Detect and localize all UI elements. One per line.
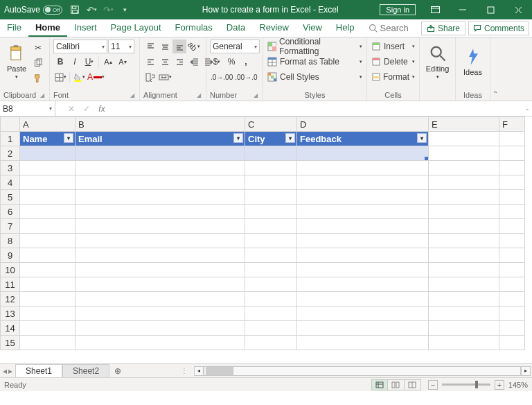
cell[interactable] (20, 205, 76, 219)
undo-icon[interactable]: ↶▾ (83, 1, 100, 18)
cell[interactable]: City (245, 132, 297, 146)
comma-format-icon[interactable]: , (239, 55, 253, 69)
customize-qat-icon[interactable]: ▾ (116, 1, 133, 18)
accounting-format-icon[interactable]: $▾ (210, 55, 224, 69)
cell[interactable] (499, 307, 525, 321)
sheet-tab[interactable]: Sheet1 (15, 364, 62, 377)
borders-button[interactable]: ▾ (53, 70, 67, 84)
cell[interactable]: Name (20, 132, 76, 146)
toggle-switch[interactable]: Off (43, 6, 62, 15)
new-sheet-button[interactable]: ⊕ (109, 364, 126, 377)
cell[interactable] (297, 336, 429, 350)
cell[interactable] (20, 234, 76, 248)
formula-input[interactable] (109, 101, 522, 116)
row-header[interactable]: 2 (1, 146, 20, 161)
row-header[interactable]: 7 (1, 219, 20, 234)
cell[interactable] (429, 292, 499, 307)
cell[interactable] (245, 248, 297, 263)
cell[interactable] (429, 307, 499, 321)
bold-button[interactable]: B (53, 55, 67, 69)
row-header[interactable]: 5 (1, 190, 20, 205)
row-header[interactable]: 1 (1, 132, 20, 146)
cell[interactable] (76, 234, 245, 248)
ribbon-display-icon[interactable] (421, 0, 449, 19)
horizontal-scrollbar[interactable]: ◂ ▸ (193, 364, 532, 377)
increase-font-icon[interactable]: A▴ (101, 55, 115, 69)
cell[interactable] (429, 205, 499, 219)
cell[interactable] (429, 321, 499, 336)
orientation-icon[interactable]: ab▾ (187, 40, 201, 53)
cell[interactable] (245, 336, 297, 350)
dialog-launcher-icon[interactable]: ◢ (40, 92, 46, 98)
cell[interactable] (499, 132, 525, 146)
cell[interactable] (245, 205, 297, 219)
tab-review[interactable]: Review (252, 19, 296, 37)
align-bottom-icon[interactable] (172, 40, 186, 53)
row-header[interactable]: 14 (1, 321, 20, 336)
cell[interactable] (20, 292, 76, 307)
filter-dropdown-icon[interactable] (233, 133, 243, 143)
cell[interactable] (76, 219, 245, 234)
cell[interactable] (429, 132, 499, 146)
cell[interactable] (297, 219, 429, 234)
row-header[interactable]: 15 (1, 336, 20, 350)
close-icon[interactable] (504, 0, 532, 19)
cell[interactable] (499, 146, 525, 161)
italic-button[interactable]: I (68, 55, 82, 69)
cell[interactable] (499, 292, 525, 307)
underline-button[interactable]: U▾ (82, 55, 96, 69)
font-color-button[interactable]: A▾ (87, 70, 105, 84)
zoom-level[interactable]: 145% (508, 381, 528, 389)
row-header[interactable]: 3 (1, 161, 20, 175)
cell[interactable] (20, 321, 76, 336)
cell[interactable] (297, 292, 429, 307)
cell[interactable] (429, 146, 499, 161)
cell[interactable] (245, 175, 297, 190)
cell[interactable] (297, 190, 429, 205)
zoom-out-icon[interactable]: − (428, 380, 438, 390)
tab-home[interactable]: Home (28, 19, 67, 37)
insert-function-icon[interactable]: fx (94, 101, 109, 116)
tab-view[interactable]: View (296, 19, 329, 37)
page-break-view-icon[interactable] (405, 379, 421, 390)
cell[interactable] (429, 161, 499, 175)
page-layout-view-icon[interactable] (388, 379, 405, 390)
autosave-toggle[interactable]: AutoSave Off (0, 5, 66, 15)
cell[interactable] (499, 234, 525, 248)
sheet-nav-prev-icon[interactable]: ◂ (3, 366, 7, 376)
cell[interactable] (20, 190, 76, 205)
format-cells-button[interactable]: Format▾ (371, 70, 416, 84)
dialog-launcher-icon[interactable]: ◢ (197, 92, 202, 98)
column-header[interactable]: D (297, 117, 429, 132)
scroll-thumb[interactable] (206, 367, 233, 375)
cell[interactable] (76, 321, 245, 336)
cell[interactable] (499, 248, 525, 263)
cell[interactable] (245, 321, 297, 336)
tab-file[interactable]: File (0, 19, 28, 37)
row-header[interactable]: 10 (1, 263, 20, 277)
maximize-icon[interactable] (477, 0, 504, 19)
cell[interactable] (76, 263, 245, 277)
column-header[interactable]: A (20, 117, 76, 132)
row-header[interactable]: 4 (1, 175, 20, 190)
cell[interactable] (429, 219, 499, 234)
cell[interactable] (499, 277, 525, 292)
cell[interactable]: Email (76, 132, 245, 146)
decrease-decimal-icon[interactable]: .00→.0 (234, 70, 258, 84)
align-center-icon[interactable] (158, 55, 172, 69)
row-header[interactable]: 8 (1, 234, 20, 248)
cell[interactable] (429, 336, 499, 350)
cell[interactable] (499, 219, 525, 234)
cell[interactable] (499, 336, 525, 350)
scroll-right-icon[interactable]: ▸ (521, 366, 531, 376)
cell[interactable] (245, 161, 297, 175)
cell[interactable] (297, 205, 429, 219)
cell[interactable] (499, 263, 525, 277)
cell[interactable] (297, 175, 429, 190)
cell[interactable] (499, 321, 525, 336)
save-icon[interactable] (66, 1, 83, 18)
cell[interactable] (297, 307, 429, 321)
filter-dropdown-icon[interactable] (64, 133, 73, 143)
cut-icon[interactable]: ✂ (31, 41, 45, 55)
column-header[interactable]: E (429, 117, 499, 132)
